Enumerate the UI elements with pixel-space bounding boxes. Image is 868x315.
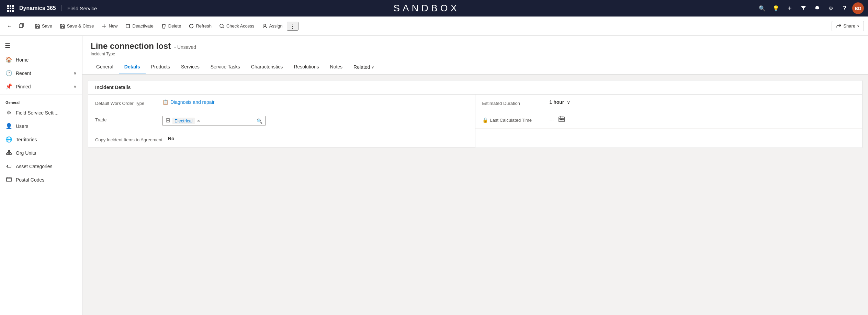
svg-rect-6 (7, 10, 9, 12)
estimated-duration-chevron[interactable]: ∨ (567, 99, 570, 105)
estimated-duration-label: Estimated Duration (482, 99, 544, 106)
share-chevron: ∨ (857, 24, 859, 28)
delete-button[interactable]: Delete (158, 21, 185, 31)
more-options-button[interactable]: ⋮ (287, 22, 298, 31)
tab-notes[interactable]: Notes (325, 60, 348, 74)
tab-characteristics[interactable]: Characteristics (246, 60, 289, 74)
new-button[interactable]: New (98, 21, 121, 31)
calendar-icon[interactable] (559, 116, 565, 123)
sidebar-item-label: Pinned (16, 84, 31, 89)
share-area: Share ∨ (832, 21, 864, 31)
refresh-button[interactable]: Refresh (185, 21, 215, 31)
main-content: Line connection lost - Unsaved Incident … (82, 36, 868, 315)
check-access-label: Check Access (226, 23, 255, 29)
sidebar: ☰ 🏠 Home 🕐 Recent ∨ 📌 Pinned ∨ General (0, 36, 82, 315)
sidebar-item-users[interactable]: 👤 Users (0, 119, 82, 133)
sidebar-item-field-service-settings[interactable]: ⚙ Field Service Setti... (0, 106, 82, 119)
record-title-row: Line connection lost - Unsaved (91, 41, 860, 51)
back-button[interactable]: ← (4, 22, 15, 31)
search-icon[interactable]: 🔍 (756, 2, 768, 14)
sidebar-toggle-button[interactable]: ☰ (0, 39, 82, 53)
save-close-label: Save & Close (67, 23, 94, 29)
top-navigation: Dynamics 365 Field Service SANDBOX 🔍 💡 +… (0, 0, 868, 17)
svg-rect-14 (126, 24, 129, 28)
last-calculated-time-value: --- (550, 116, 856, 123)
sidebar-divider (0, 95, 82, 95)
copy-items-label: Copy Incident Items to Agreement (95, 136, 162, 142)
lookup-clear-button[interactable]: ✕ (197, 119, 200, 123)
estimated-duration-text: 1 hour (550, 99, 564, 105)
tab-services[interactable]: Services (176, 60, 205, 74)
trade-lookup-field[interactable]: Electrical ✕ 🔍 (162, 116, 266, 126)
pin-icon: 📌 (5, 83, 12, 90)
svg-rect-12 (61, 26, 64, 28)
lock-icon: 🔒 (482, 117, 488, 123)
svg-rect-13 (61, 24, 63, 25)
sidebar-item-asset-categories[interactable]: 🏷 Asset Categories (0, 160, 82, 173)
form-grid: Default Work Order Type 📋 Diagnosis and … (88, 95, 862, 148)
trade-value: Electrical ✕ 🔍 (162, 116, 468, 126)
diagnosis-repair-link[interactable]: 📋 Diagnosis and repair (162, 99, 468, 105)
deactivate-label: Deactivate (132, 23, 153, 29)
sidebar-item-label: Field Service Setti... (16, 110, 59, 116)
form-row-copy-items: Copy Incident Items to Agreement No (88, 131, 475, 148)
svg-rect-25 (561, 119, 562, 120)
tab-general[interactable]: General (91, 60, 119, 74)
assign-button[interactable]: Assign (259, 21, 286, 31)
tab-related[interactable]: Related ∨ (348, 60, 380, 74)
postal-codes-icon (5, 176, 12, 183)
sidebar-item-label: Users (16, 123, 29, 129)
svg-rect-7 (10, 10, 11, 12)
sidebar-item-label: Asset Categories (16, 164, 53, 169)
tab-service-tasks[interactable]: Service Tasks (205, 60, 246, 74)
waffle-menu-button[interactable] (4, 2, 16, 14)
save-close-button[interactable]: Save & Close (56, 21, 98, 31)
org-units-icon (5, 150, 12, 156)
help-icon[interactable]: ? (838, 2, 851, 14)
sidebar-item-org-units[interactable]: Org Units (0, 146, 82, 160)
svg-point-16 (264, 24, 266, 26)
save-button[interactable]: Save (31, 21, 56, 31)
sidebar-item-label: Territories (16, 137, 37, 142)
trade-label: Trade (95, 116, 157, 122)
sidebar-item-label: Org Units (16, 150, 36, 156)
tab-details[interactable]: Details (119, 60, 146, 74)
asset-categories-icon: 🏷 (5, 163, 12, 170)
copy-items-text: No (168, 136, 174, 141)
svg-rect-21 (7, 178, 11, 181)
copy-items-value: No (168, 136, 468, 141)
filter-icon[interactable] (797, 2, 810, 14)
settings-icon[interactable]: ⚙ (825, 2, 837, 14)
share-label: Share (843, 23, 855, 29)
sidebar-item-label: Home (16, 57, 29, 63)
assign-label: Assign (269, 23, 283, 29)
svg-rect-10 (36, 26, 38, 28)
home-icon: 🏠 (5, 56, 12, 63)
svg-rect-11 (36, 24, 38, 25)
lightbulb-icon[interactable]: 💡 (770, 2, 782, 14)
record-type: Incident Type (91, 52, 860, 60)
sidebar-item-label: Recent (16, 70, 31, 76)
sidebar-item-postal-codes[interactable]: Postal Codes (0, 173, 82, 187)
add-icon[interactable]: + (784, 2, 796, 14)
avatar[interactable]: BD (852, 2, 864, 14)
users-icon: 👤 (5, 123, 12, 129)
notifications-icon[interactable] (811, 2, 823, 14)
tab-resolutions[interactable]: Resolutions (288, 60, 324, 74)
tab-products[interactable]: Products (146, 60, 176, 74)
check-access-button[interactable]: Check Access (216, 21, 258, 31)
svg-rect-0 (7, 5, 9, 7)
app-name: Field Service (62, 6, 97, 11)
window-button[interactable] (16, 21, 27, 31)
last-calculated-time-label: 🔒 Last Calculated Time (482, 116, 544, 123)
trade-tag: Electrical (172, 118, 195, 124)
sidebar-item-recent[interactable]: 🕐 Recent ∨ (0, 66, 82, 80)
sidebar-item-pinned[interactable]: 📌 Pinned ∨ (0, 80, 82, 93)
deactivate-button[interactable]: Deactivate (122, 21, 157, 31)
sidebar-item-home[interactable]: 🏠 Home (0, 53, 82, 66)
svg-rect-5 (12, 8, 14, 9)
record-title: Line connection lost (91, 41, 171, 51)
sidebar-item-territories[interactable]: 🌐 Territories (0, 133, 82, 146)
lookup-search-button[interactable]: 🔍 (257, 118, 262, 124)
share-button[interactable]: Share ∨ (832, 21, 864, 31)
